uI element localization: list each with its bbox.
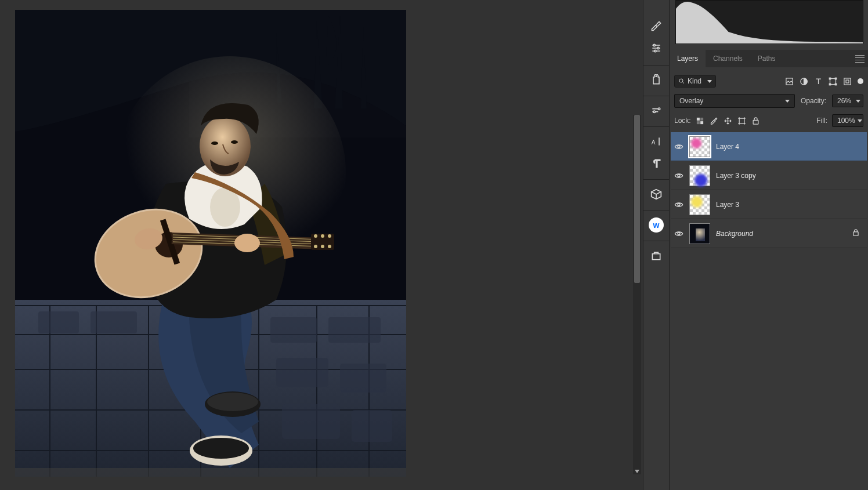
svg-rect-50	[835, 78, 837, 79]
layer-thumbnail[interactable]	[689, 136, 710, 157]
svg-point-36	[657, 47, 659, 49]
layer-filter-row: Kind	[674, 73, 863, 89]
document-canvas[interactable]	[15, 10, 406, 477]
brush-panel-icon[interactable]	[648, 17, 665, 35]
filter-pixel-icon[interactable]	[785, 77, 794, 86]
lock-pixels-icon[interactable]	[710, 117, 718, 125]
scrollbar-thumb[interactable]	[634, 115, 640, 283]
svg-point-23	[314, 234, 317, 238]
adjustments-panel-icon[interactable]	[648, 39, 665, 57]
lock-icon	[852, 228, 860, 238]
layer-thumbnail[interactable]	[689, 194, 710, 215]
svg-point-15	[193, 438, 249, 459]
filter-type-icon[interactable]	[814, 77, 823, 86]
paragraph-panel-icon[interactable]	[648, 155, 665, 172]
fill-label: Fill:	[816, 117, 827, 125]
layer-name[interactable]: Layer 3	[716, 201, 739, 209]
scrollbar-down-icon[interactable]	[635, 470, 639, 473]
visibility-toggle-icon[interactable]	[674, 142, 683, 151]
chevron-down-icon	[707, 80, 712, 83]
tab-paths[interactable]: Paths	[750, 50, 783, 67]
svg-point-62	[678, 175, 680, 177]
svg-point-28	[328, 245, 331, 248]
svg-point-26	[314, 245, 317, 248]
layer-name[interactable]: Background	[716, 230, 753, 238]
svg-rect-43	[652, 254, 660, 260]
histogram-panel[interactable]	[675, 0, 863, 44]
visibility-toggle-icon[interactable]	[674, 200, 683, 209]
lock-artboard-icon[interactable]	[737, 117, 746, 125]
svg-rect-57	[697, 121, 700, 124]
svg-rect-54	[846, 80, 849, 83]
svg-text:A: A	[652, 139, 656, 146]
panel-tabs: Layers Channels Paths	[670, 50, 868, 67]
layer-row[interactable]: Layer 3 copy	[671, 161, 867, 190]
svg-point-38	[655, 75, 657, 77]
presets-panel-icon[interactable]	[648, 247, 665, 264]
opacity-input[interactable]: 26%	[832, 95, 863, 107]
chevron-down-icon	[856, 100, 860, 103]
svg-point-39	[658, 108, 660, 110]
layer-name[interactable]: Layer 3 copy	[716, 172, 756, 180]
canvas-photo	[15, 10, 406, 477]
clone-source-panel-icon[interactable]	[648, 71, 665, 89]
svg-rect-4	[91, 311, 137, 333]
tab-channels[interactable]: Channels	[706, 50, 750, 67]
blend-mode-row: Overlay Opacity: 26%	[674, 93, 863, 109]
svg-rect-9	[282, 404, 340, 439]
document-vertical-scrollbar[interactable]	[633, 115, 641, 474]
svg-point-27	[321, 245, 324, 248]
layer-row[interactable]: Layer 3	[671, 190, 867, 219]
filter-shape-icon[interactable]	[829, 77, 837, 86]
filter-adjustment-icon[interactable]	[800, 77, 808, 86]
layer-thumbnail[interactable]	[689, 165, 710, 186]
lock-label: Lock:	[674, 117, 691, 125]
layer-row[interactable]: Background	[671, 219, 867, 248]
lock-transparency-icon[interactable]	[696, 117, 704, 125]
libraries-panel-icon[interactable]: w	[648, 216, 665, 234]
tab-layers[interactable]: Layers	[670, 50, 706, 67]
right-panel-area: Layers Channels Paths Kind Overlay Opaci…	[670, 0, 868, 490]
blend-mode-value: Overlay	[679, 97, 703, 105]
search-icon	[678, 78, 685, 85]
svg-point-37	[654, 50, 656, 52]
layer-thumbnail[interactable]	[689, 223, 710, 244]
visibility-toggle-icon[interactable]	[674, 171, 683, 180]
svg-rect-59	[739, 118, 744, 124]
layer-name[interactable]: Layer 4	[716, 143, 739, 151]
svg-rect-8	[340, 364, 386, 393]
3d-panel-icon[interactable]	[648, 186, 665, 203]
svg-point-63	[678, 204, 680, 206]
svg-point-30	[234, 234, 260, 252]
layer-row[interactable]: Layer 4	[671, 132, 867, 161]
filter-kind-dropdown[interactable]: Kind	[674, 75, 716, 88]
svg-point-35	[653, 44, 655, 46]
svg-rect-6	[328, 317, 381, 343]
visibility-toggle-icon[interactable]	[674, 229, 683, 238]
filter-kind-label: Kind	[688, 77, 701, 85]
fill-input[interactable]: 100%	[832, 114, 863, 127]
svg-point-40	[653, 111, 655, 112]
filter-toggle-switch[interactable]	[858, 78, 863, 84]
svg-point-45	[679, 79, 683, 82]
properties-panel-icon[interactable]	[648, 102, 665, 119]
lock-row: Lock: Fill: 100%	[674, 112, 863, 129]
filter-smartobject-icon[interactable]	[843, 77, 852, 86]
svg-point-64	[678, 233, 680, 235]
svg-rect-3	[38, 311, 79, 333]
svg-point-61	[678, 146, 680, 148]
collapsed-panel-strip: A w	[643, 0, 670, 490]
character-panel-icon[interactable]: A	[648, 133, 665, 150]
svg-rect-7	[276, 358, 328, 387]
opacity-value: 26%	[837, 97, 851, 105]
panel-menu-icon[interactable]	[855, 54, 865, 63]
opacity-label: Opacity:	[801, 97, 826, 105]
lock-position-icon[interactable]	[724, 117, 732, 125]
blend-mode-dropdown[interactable]: Overlay	[674, 94, 795, 108]
svg-point-24	[321, 234, 324, 238]
svg-rect-51	[829, 84, 831, 85]
fill-value: 100%	[837, 117, 855, 125]
lock-all-icon[interactable]	[751, 117, 760, 125]
svg-rect-65	[853, 232, 858, 235]
svg-point-32	[211, 141, 218, 145]
